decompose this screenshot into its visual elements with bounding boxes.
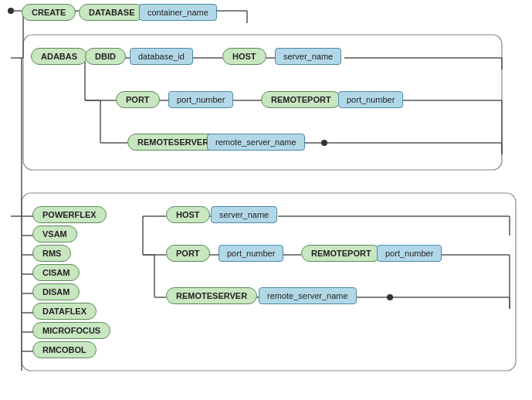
dbid-keyword: DBID — [85, 48, 126, 65]
entry-dot-top — [8, 8, 14, 14]
host2-keyword: HOST — [166, 206, 210, 223]
rmcobol-keyword: RMCOBOL — [32, 341, 97, 358]
vsam-keyword: VSAM — [32, 225, 77, 242]
dataflex-keyword: DATAFLEX — [32, 303, 97, 320]
port2-keyword: PORT — [166, 245, 210, 262]
remoteport2-keyword: REMOTEPORT — [301, 245, 381, 262]
end-dot-1 — [321, 140, 327, 146]
server-name2-value: server_name — [211, 206, 277, 223]
remoteserver2-keyword: REMOTESERVER — [166, 287, 257, 304]
port-number3-value: port_number — [219, 245, 283, 262]
database-keyword: DATABASE — [79, 4, 144, 21]
remoteserver1-keyword: REMOTESERVER — [127, 134, 219, 151]
remoteport1-keyword: REMOTEPORT — [261, 91, 341, 108]
syntax-diagram: CREATE DATABASE container_name ADABAS DB… — [0, 0, 532, 400]
port1-keyword: PORT — [116, 91, 160, 108]
server-name1-value: server_name — [275, 48, 341, 65]
port-number4-value: port_number — [377, 245, 442, 262]
cisam-keyword: CISAM — [32, 264, 80, 281]
end-dot-2 — [387, 294, 393, 300]
disam-keyword: DISAM — [32, 283, 80, 300]
powerflex-keyword: POWERFLEX — [32, 206, 107, 223]
database-id-value: database_id — [130, 48, 193, 65]
rms-keyword: RMS — [32, 245, 71, 262]
host1-keyword: HOST — [222, 48, 266, 65]
remote-server-name2-value: remote_server_name — [259, 287, 357, 304]
adabas-keyword: ADABAS — [31, 48, 87, 65]
container-name-value: container_name — [139, 4, 217, 21]
port-number2-value: port_number — [338, 91, 403, 108]
create-keyword: CREATE — [22, 4, 76, 21]
remote-server-name1-value: remote_server_name — [207, 134, 305, 151]
microfocus-keyword: MICROFOCUS — [32, 322, 110, 339]
port-number1-value: port_number — [168, 91, 233, 108]
